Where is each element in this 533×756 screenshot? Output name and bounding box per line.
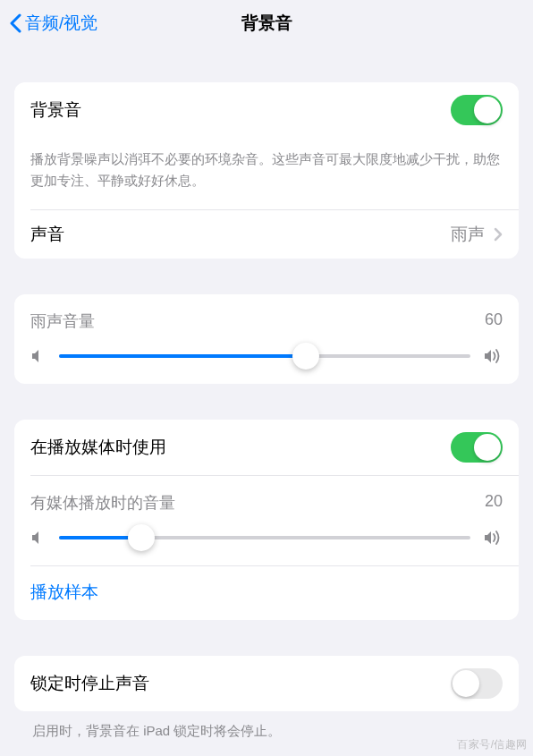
back-label: 音频/视觉 xyxy=(25,12,97,35)
sound-label: 声音 xyxy=(30,223,64,246)
stop-on-lock-toggle[interactable] xyxy=(451,668,503,699)
speaker-high-icon xyxy=(483,530,503,546)
rain-volume-value: 60 xyxy=(485,310,503,332)
sound-value-container: 雨声 xyxy=(451,223,503,246)
media-group: 在播放媒体时使用 有媒体播放时的音量 20 xyxy=(14,420,519,620)
media-volume-value: 20 xyxy=(485,492,503,514)
watermark: 百家号/信趣网 xyxy=(457,737,528,752)
background-sound-toggle[interactable] xyxy=(451,95,503,125)
nav-header: 音频/视觉 背景音 xyxy=(0,0,533,47)
speaker-high-icon xyxy=(483,348,503,364)
stop-on-lock-row: 锁定时停止声音 xyxy=(14,656,519,711)
sound-value: 雨声 xyxy=(451,223,485,246)
play-sample-link[interactable]: 播放样本 xyxy=(14,566,519,620)
stop-on-lock-description: 启用时，背景音在 iPad 锁定时将会停止。 xyxy=(14,711,519,742)
rain-volume-label: 雨声音量 xyxy=(30,310,95,332)
back-button[interactable]: 音频/视觉 xyxy=(9,12,97,35)
background-sound-description: 播放背景噪声以消弭不必要的环境杂音。这些声音可最大限度地减少干扰，助您更加专注、… xyxy=(14,138,519,209)
speaker-low-icon xyxy=(30,530,47,546)
page-title: 背景音 xyxy=(241,12,292,35)
chevron-right-icon xyxy=(494,227,503,242)
lock-group: 锁定时停止声音 xyxy=(14,656,519,711)
stop-on-lock-label: 锁定时停止声音 xyxy=(30,672,149,695)
rain-volume-group: 雨声音量 60 xyxy=(14,294,519,384)
speaker-low-icon xyxy=(30,348,47,364)
background-sound-label: 背景音 xyxy=(30,98,81,122)
chevron-left-icon xyxy=(9,13,21,33)
media-volume-slider[interactable] xyxy=(59,536,470,539)
background-sound-row: 背景音 xyxy=(14,82,519,138)
use-with-media-label: 在播放媒体时使用 xyxy=(30,436,166,459)
sound-row[interactable]: 声音 雨声 xyxy=(14,210,519,259)
media-volume-label: 有媒体播放时的音量 xyxy=(30,492,175,514)
rain-volume-slider[interactable] xyxy=(59,354,470,358)
use-with-media-row: 在播放媒体时使用 xyxy=(14,420,519,475)
use-with-media-toggle[interactable] xyxy=(451,432,503,463)
background-sound-group: 背景音 播放背景噪声以消弭不必要的环境杂音。这些声音可最大限度地减少干扰，助您更… xyxy=(14,82,519,259)
